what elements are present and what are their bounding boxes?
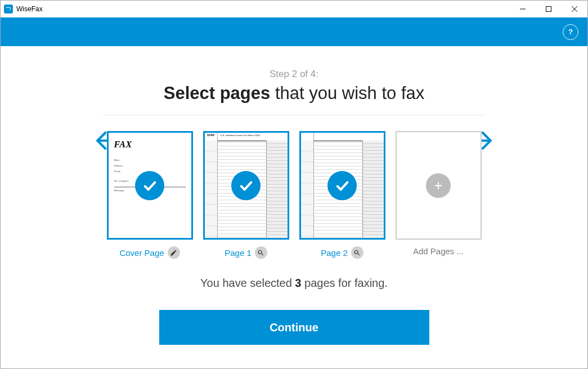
status-prefix: You have selected (200, 277, 295, 289)
thumb-page1-label[interactable]: Page 1 (225, 248, 252, 258)
selected-check-icon (231, 171, 261, 200)
selected-check-icon (135, 171, 164, 200)
topbar: ? (1, 17, 587, 46)
heading-bold: Select pages (164, 83, 271, 103)
thumb-page2-frame[interactable] (299, 131, 385, 240)
thumb-cover-caption: Cover Page (119, 246, 179, 259)
edit-cover-button[interactable] (168, 246, 180, 259)
step-label: Step 2 of 4: (270, 69, 318, 80)
cover-fax-heading: FAX (114, 140, 186, 150)
window-controls (510, 1, 587, 17)
minimize-button[interactable] (510, 1, 536, 17)
app-window: WiseFax ? Step 2 of 4: (0, 0, 588, 369)
svg-rect-1 (546, 7, 551, 12)
titlebar: WiseFax (1, 1, 587, 17)
selection-status: You have selected 3 pages for faxing. (200, 277, 388, 290)
app-title: WiseFax (16, 5, 43, 13)
close-button[interactable] (562, 1, 587, 17)
page-heading: Select pages that you wish to fax (164, 83, 425, 104)
thumb-page2-caption: Page 2 (321, 246, 363, 259)
status-count: 3 (295, 277, 301, 289)
thumb-add-label[interactable]: Add Pages ... (413, 246, 464, 256)
plus-icon (426, 173, 451, 198)
add-pages-frame[interactable] (396, 131, 482, 240)
maximize-button[interactable] (536, 1, 562, 17)
thumb-add-caption: Add Pages ... (413, 246, 464, 256)
zoom-page1-button[interactable] (255, 246, 267, 259)
thumb-cover-label[interactable]: Cover Page (119, 248, 164, 258)
thumb-page1-frame[interactable]: 1040 U.S. Individual Income Tax Return 2… (203, 131, 289, 240)
pencil-icon (170, 249, 177, 256)
thumb-page2-label[interactable]: Page 2 (321, 248, 348, 258)
help-icon: ? (568, 28, 573, 36)
magnifier-icon (353, 249, 361, 256)
titlebar-left: WiseFax (4, 4, 43, 14)
thumb-cover-frame[interactable]: FAX Date:Subject:From: No. of pages: Mes… (107, 131, 193, 240)
zoom-page2-button[interactable] (351, 246, 363, 259)
thumb-page2: Page 2 (299, 131, 385, 259)
continue-label: Continue (270, 321, 318, 334)
content-area: Step 2 of 4: Select pages that you wish … (1, 46, 587, 368)
app-icon (4, 4, 13, 14)
thumb-cover: FAX Date:Subject:From: No. of pages: Mes… (107, 131, 193, 259)
thumb-add: Add Pages ... (396, 131, 482, 259)
heading-rest: that you wish to fax (270, 83, 424, 103)
continue-button[interactable]: Continue (159, 310, 429, 345)
thumb-page1-caption: Page 1 (225, 246, 267, 259)
selected-check-icon (327, 171, 357, 200)
heading-row: Select pages that you wish to fax (97, 83, 491, 104)
magnifier-icon (257, 249, 264, 256)
thumb-page1: 1040 U.S. Individual Income Tax Return 2… (203, 131, 289, 259)
heading-divider (103, 115, 486, 115)
svg-rect-0 (520, 9, 526, 10)
status-suffix: pages for faxing. (301, 277, 387, 289)
help-button[interactable]: ? (563, 24, 578, 40)
page-thumbnails: FAX Date:Subject:From: No. of pages: Mes… (107, 131, 482, 259)
